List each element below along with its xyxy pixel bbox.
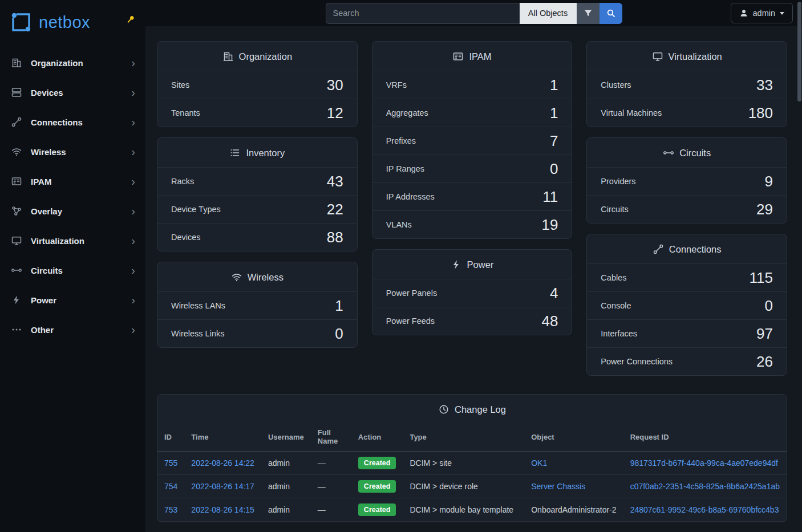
stat-label: Power Panels (386, 289, 437, 298)
search-scope-dropdown[interactable]: All Objects (520, 3, 577, 24)
column-header-object: Object (524, 424, 623, 452)
stat-value-link[interactable]: 43 (327, 173, 343, 190)
sidebar-item-label: Connections (31, 117, 123, 127)
stat-value-link[interactable]: 30 (327, 76, 343, 94)
stat-value-link[interactable]: 0 (765, 297, 773, 315)
wireless-card: Wireless Wireless LANs 1 Wireless Links … (157, 262, 358, 348)
list-icon (229, 147, 241, 159)
topbar: All Objects admin (145, 0, 802, 26)
stat-row: Racks 43 (157, 167, 357, 195)
page-scrollbar[interactable] (797, 0, 801, 532)
chevron-right-icon: › (131, 235, 135, 246)
stat-value-link[interactable]: 0 (335, 325, 343, 343)
stat-value-link[interactable]: 11 (542, 188, 558, 206)
main-content: Organization Sites 30 Tenants 12 (145, 26, 802, 532)
circuits-icon (10, 264, 23, 277)
ipam-card-icon (452, 51, 464, 62)
fullname-cell: — (311, 498, 351, 522)
stat-row: Power Connections 26 (587, 347, 787, 375)
sidebar-item-other[interactable]: Other › (0, 315, 145, 344)
building-icon (222, 51, 234, 62)
stat-row: Device Types 22 (157, 195, 357, 223)
search-input[interactable] (326, 3, 520, 24)
sidebar-nav: Organization › Devices › Connections › (0, 48, 145, 344)
stat-value-link[interactable]: 22 (327, 201, 343, 218)
changelog-id-link[interactable]: 754 (164, 482, 177, 491)
stat-value-link[interactable]: 29 (756, 201, 773, 218)
sidebar-item-virtualization[interactable]: Virtualization › (0, 226, 145, 255)
card-header: Inventory (157, 138, 357, 167)
card-title: Virtualization (669, 51, 722, 62)
stat-value-link[interactable]: 7 (550, 132, 558, 150)
card-title: Change Log (455, 404, 506, 415)
sidebar-item-ipam[interactable]: IPAM › (0, 166, 145, 196)
circuits-card: Circuits Providers 9 Circuits 29 (586, 137, 787, 224)
username-cell: admin (261, 498, 311, 522)
chevron-right-icon: › (131, 176, 135, 187)
stat-value-link[interactable]: 1 (335, 297, 343, 315)
stat-row: Prefixes 7 (372, 127, 572, 155)
stat-value-link[interactable]: 19 (541, 216, 558, 234)
sidebar-item-connections[interactable]: Connections › (0, 107, 145, 137)
changelog-id-link[interactable]: 755 (164, 458, 177, 468)
user-menu-label: admin (753, 9, 776, 18)
caret-down-icon (780, 12, 784, 15)
stat-value-link[interactable]: 97 (756, 325, 773, 343)
pin-sidebar-icon[interactable] (126, 15, 135, 24)
stat-value-link[interactable]: 12 (327, 104, 343, 122)
stat-label: Aggregates (386, 108, 428, 117)
stat-value-link[interactable]: 1 (550, 76, 558, 94)
stat-value-link[interactable]: 1 (550, 104, 558, 122)
stat-row: Power Feeds 48 (372, 307, 572, 335)
username-cell: admin (261, 475, 311, 498)
stat-value-link[interactable]: 4 (550, 285, 558, 302)
user-menu-button[interactable]: admin (731, 3, 793, 23)
scrollbar-thumb[interactable] (797, 2, 801, 101)
stat-value-link[interactable]: 33 (756, 76, 773, 94)
changelog-time-link[interactable]: 2022-08-26 14:17 (191, 482, 254, 491)
chevron-right-icon: › (131, 265, 135, 276)
sidebar-item-overlay[interactable]: Overlay › (0, 196, 145, 226)
fullname-cell: — (311, 475, 351, 498)
filter-button[interactable] (577, 3, 600, 24)
request-id-link[interactable]: 24807c61-9952-49c6-b8a5-69760bfcc4b3 (630, 505, 779, 514)
stat-value-link[interactable]: 9 (765, 173, 773, 190)
stat-value-link[interactable]: 115 (750, 269, 773, 287)
monitor-icon (652, 51, 663, 62)
stat-value-link[interactable]: 180 (748, 104, 773, 122)
chevron-right-icon: › (131, 146, 135, 157)
brand[interactable]: netbox (0, 0, 145, 43)
changelog-icon (438, 404, 449, 415)
sidebar-item-organization[interactable]: Organization › (0, 48, 145, 78)
changelog-id-link[interactable]: 753 (164, 505, 177, 514)
stat-value-link[interactable]: 88 (327, 229, 343, 246)
sidebar-item-wireless[interactable]: Wireless › (0, 137, 145, 166)
type-cell: DCIM > device role (403, 475, 524, 498)
sidebar-item-label: Devices (31, 88, 123, 98)
request-id-link[interactable]: c07f0ab2-2351-4c58-825a-8b6a2425a1ab (630, 482, 780, 491)
stat-label: Interfaces (601, 329, 637, 338)
changelog-time-link[interactable]: 2022-08-26 14:22 (191, 458, 254, 468)
card-header: Organization (157, 42, 357, 71)
stat-label: Providers (601, 177, 635, 186)
stat-label: Wireless LANs (171, 301, 225, 310)
sidebar-item-power[interactable]: Power › (0, 285, 145, 315)
stat-row: Aggregates 1 (372, 99, 572, 127)
sidebar-item-devices[interactable]: Devices › (0, 78, 145, 107)
sidebar: netbox Organization › Devices (0, 0, 145, 532)
chevron-right-icon: › (131, 87, 135, 98)
chevron-right-icon: › (131, 324, 135, 335)
object-link[interactable]: Server Chassis (531, 482, 585, 491)
request-id-link[interactable]: 9817317d-b67f-440a-99ca-4ae07ede94df (630, 458, 778, 468)
stat-row: Virtual Machines 180 (587, 99, 787, 127)
object-link[interactable]: OK1 (531, 458, 547, 468)
stat-value-link[interactable]: 26 (756, 353, 773, 371)
sidebar-item-circuits[interactable]: Circuits › (0, 255, 145, 285)
stat-value-link[interactable]: 0 (550, 160, 558, 178)
changelog-time-link[interactable]: 2022-08-26 14:15 (191, 505, 254, 514)
stat-label: IP Ranges (386, 164, 424, 173)
search-submit-button[interactable] (600, 3, 622, 24)
chevron-right-icon: › (131, 294, 135, 306)
stat-value-link[interactable]: 48 (541, 312, 558, 330)
stat-label: Tenants (171, 108, 200, 117)
